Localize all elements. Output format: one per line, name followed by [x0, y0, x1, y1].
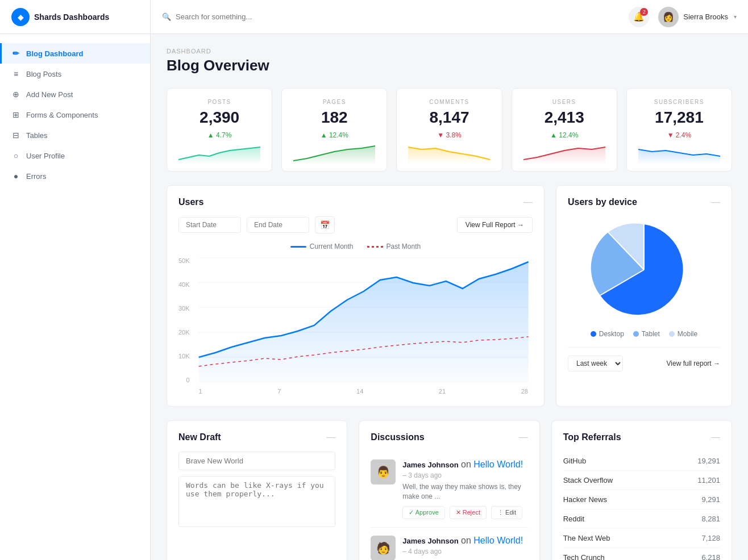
new-draft-menu-icon[interactable]: — — [326, 432, 335, 442]
sidebar-item-label: Blog Dashboard — [26, 49, 83, 58]
referral-row: Tech Crunch 6,218 — [563, 548, 720, 560]
legend-mobile: Mobile — [669, 330, 697, 338]
device-panel-header: Users by device — — [568, 197, 720, 207]
disc-actions-1: ✓ Approve ✕ Reject ⋮ Edit — [402, 506, 527, 519]
disc-link-2[interactable]: Hello World! — [473, 536, 523, 545]
stat-card-comments: COMMENTS 8,147 ▼ 3.8% — [396, 88, 502, 172]
sidebar-item-blog-posts[interactable]: ≡ Blog Posts — [0, 64, 150, 84]
pie-chart — [568, 219, 720, 321]
tablet-dot — [633, 331, 639, 337]
disc-time-1: – 3 days ago — [402, 471, 442, 479]
bottom-panels: New Draft — Discussions — 👨 James Jo — [167, 420, 732, 560]
stat-change-pages: ▲ 12.4% — [293, 131, 375, 139]
notification-badge: 2 — [640, 8, 648, 16]
chart-controls: 📅 View Full Report → — [178, 216, 533, 233]
view-report-button[interactable]: View Full Report → — [457, 217, 533, 233]
mini-chart-subscribers — [638, 144, 720, 164]
grid-icon: ⊞ — [11, 110, 20, 119]
stat-change-subscribers: ▼ 2.4% — [638, 131, 720, 139]
users-chart-header: Users — — [178, 197, 533, 207]
stat-label-comments: COMMENTS — [408, 99, 490, 105]
users-by-device-panel: Users by device — — [556, 185, 732, 407]
sidebar-item-label: Errors — [26, 172, 46, 181]
layout: ✏ Blog Dashboard ≡ Blog Posts ⊕ Add New … — [0, 34, 748, 560]
users-chart-panel: Users — 📅 View Full Report → Current Mon… — [167, 185, 545, 407]
legend-desktop: Desktop — [591, 330, 624, 338]
disc-avatar-2: 🧑 — [371, 536, 396, 560]
stat-label-pages: PAGES — [293, 99, 375, 105]
stat-label-subscribers: SUBSCRIBERS — [638, 99, 720, 105]
view-full-report-link[interactable]: View full report → — [667, 360, 720, 367]
navbar-search: 🔍 — [151, 12, 617, 21]
disc-author-2: James Johnson — [402, 537, 458, 545]
past-month-swatch — [367, 246, 383, 248]
mini-chart-posts — [178, 144, 260, 164]
legend-past-month: Past Month — [367, 243, 421, 250]
chart-legend: Current Month Past Month — [178, 243, 533, 250]
sidebar-item-label: Add New Post — [26, 90, 73, 99]
error-icon: ● — [11, 172, 20, 181]
main-content: DASHBOARD Blog Overview POSTS 2,390 ▲ 4.… — [151, 34, 748, 560]
start-date-input[interactable] — [178, 217, 241, 233]
calendar-button[interactable]: 📅 — [315, 216, 335, 233]
top-referrals-menu-icon[interactable]: — — [711, 432, 720, 442]
stat-card-pages: PAGES 182 ▲ 12.4% — [281, 88, 387, 172]
search-input[interactable] — [176, 12, 346, 21]
x-axis: 1 7 14 21 28 — [194, 385, 533, 395]
reject-button-1[interactable]: ✕ Reject — [450, 506, 487, 519]
mini-chart-comments — [408, 144, 490, 164]
user-area[interactable]: 👩 Sierra Brooks ▾ — [658, 7, 737, 27]
sidebar-item-user-profile[interactable]: ○ User Profile — [0, 145, 150, 166]
device-panel-menu-icon[interactable]: — — [711, 197, 720, 207]
search-icon: 🔍 — [162, 12, 171, 21]
stat-value-users: 2,413 — [523, 108, 605, 127]
top-referrals-title: Top Referrals — [563, 432, 621, 442]
mobile-dot — [669, 331, 675, 337]
sidebar-item-label: Forms & Components — [26, 111, 98, 119]
users-chart-title: Users — [178, 197, 203, 207]
avatar: 👩 — [658, 7, 679, 27]
panel-menu-icon[interactable]: — — [523, 197, 533, 207]
sidebar-item-label: User Profile — [26, 152, 65, 160]
new-draft-title: New Draft — [178, 432, 221, 442]
disc-text-2: After the avalanche, it took us a week t… — [402, 558, 527, 560]
charts-row: Users — 📅 View Full Report → Current Mon… — [167, 185, 732, 407]
device-panel-title: Users by device — [568, 197, 637, 207]
stat-value-pages: 182 — [293, 108, 375, 127]
user-name: Sierra Brooks — [683, 12, 728, 21]
sidebar-item-tables[interactable]: ⊟ Tables — [0, 125, 150, 145]
stat-change-comments: ▼ 3.8% — [408, 131, 490, 139]
edit-button-1[interactable]: ⋮ Edit — [491, 506, 522, 519]
sidebar-item-label: Tables — [26, 131, 48, 140]
draft-body-input[interactable] — [178, 476, 335, 527]
sidebar-item-forms-components[interactable]: ⊞ Forms & Components — [0, 105, 150, 125]
referral-row: The Next Web 7,128 — [563, 529, 720, 548]
disc-content-1: James Johnson on Hello World! – 3 days a… — [402, 459, 527, 519]
sidebar-item-errors[interactable]: ● Errors — [0, 166, 150, 186]
top-referrals-panel: Top Referrals — GitHub 19,291 Stack Over… — [551, 420, 732, 560]
breadcrumb: DASHBOARD — [167, 48, 732, 55]
plus-icon: ⊕ — [11, 90, 20, 99]
referral-row: Hacker News 9,291 — [563, 490, 720, 509]
notification-button[interactable]: 🔔 2 — [629, 7, 649, 27]
draft-title-input[interactable] — [178, 452, 335, 470]
approve-button-1[interactable]: ✓ Approve — [402, 506, 444, 519]
end-date-input[interactable] — [247, 217, 309, 233]
discussions-menu-icon[interactable]: — — [519, 432, 528, 442]
disc-content-2: James Johnson on Hello World! – 4 days a… — [402, 536, 527, 560]
desktop-dot — [591, 331, 596, 337]
disc-author-1: James Johnson — [402, 461, 458, 469]
discussions-panel: Discussions — 👨 James Johnson on Hello W… — [359, 420, 539, 560]
period-select[interactable]: Last week — [568, 356, 623, 371]
stat-change-posts: ▲ 4.7% — [178, 131, 260, 139]
stat-value-posts: 2,390 — [178, 108, 260, 127]
disc-link-1[interactable]: Hello World! — [473, 459, 523, 469]
navbar-brand: ◆ Shards Dashboards — [0, 0, 151, 34]
sidebar-item-label: Blog Posts — [26, 70, 61, 78]
pie-footer: Last week View full report → — [568, 347, 720, 371]
referral-row: GitHub 19,291 — [563, 452, 720, 471]
sidebar-item-add-new-post[interactable]: ⊕ Add New Post — [0, 84, 150, 105]
legend-tablet: Tablet — [633, 330, 660, 338]
discussions-header: Discussions — — [371, 432, 527, 442]
sidebar-item-blog-dashboard[interactable]: ✏ Blog Dashboard — [0, 43, 150, 64]
